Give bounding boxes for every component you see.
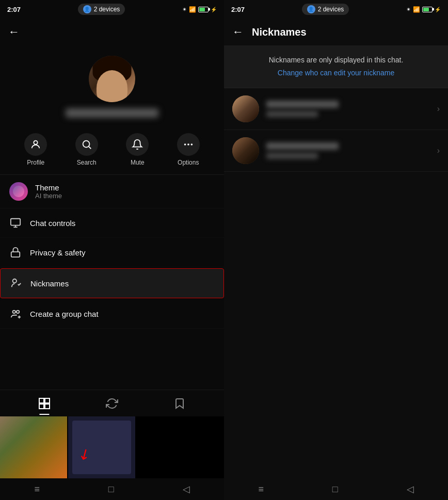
options-icon <box>177 133 200 156</box>
signal-icon-right: 📶 <box>413 6 420 13</box>
bluetooth-icon-right: ✴ <box>406 6 411 13</box>
charging-icon: ⚡ <box>211 7 217 12</box>
svg-point-11 <box>13 311 16 314</box>
nickname-name-2 <box>266 142 339 150</box>
page-title: Nicknames <box>252 26 307 38</box>
nicknames-info-box: Nicknames are only displayed in this cha… <box>224 45 448 88</box>
svg-rect-15 <box>39 398 44 403</box>
nav-back-right[interactable]: ◁ <box>407 483 414 495</box>
back-button-right[interactable]: ← <box>232 25 244 39</box>
status-icons-right: ✴ 📶 ⚡ <box>406 6 441 13</box>
privacy-icon <box>9 246 22 259</box>
profile-label: Profile <box>27 159 44 166</box>
right-panel: 2:07 👤 2 devices ✴ 📶 ⚡ ← Nicknames Nickn… <box>224 0 448 500</box>
bottom-tabs <box>0 390 224 416</box>
theme-text: Theme AI theme <box>35 183 62 200</box>
change-nickname-link[interactable]: Change who can edit your nickname <box>278 69 394 77</box>
spacer-right <box>224 172 448 478</box>
status-bar-right: 2:07 👤 2 devices ✴ 📶 ⚡ <box>224 0 448 19</box>
search-icon <box>75 133 98 156</box>
quick-actions-bar: Profile Search Mute Opt <box>0 125 224 175</box>
chat-controls-icon <box>9 217 22 229</box>
options-action[interactable]: Options <box>177 133 200 166</box>
svg-rect-17 <box>39 404 44 409</box>
privacy-label: Privacy & safety <box>30 248 86 257</box>
svg-point-4 <box>187 143 189 146</box>
svg-rect-18 <box>45 404 50 409</box>
nickname-list-item-1[interactable]: › <box>224 88 448 130</box>
back-button-left[interactable]: ← <box>8 25 20 39</box>
devices-icon-left: 👤 <box>83 5 91 13</box>
mute-action[interactable]: Mute <box>126 133 149 166</box>
nicknames-menu-item[interactable]: Nicknames <box>0 268 224 298</box>
options-label: Options <box>178 159 199 166</box>
media-thumb-1[interactable] <box>0 416 67 478</box>
theme-subtitle: AI theme <box>35 192 62 200</box>
nickname-avatar-1 <box>232 95 259 122</box>
charging-icon-right: ⚡ <box>435 7 441 12</box>
create-group-icon <box>9 308 22 320</box>
arrow-indicator: ↙ <box>75 444 93 464</box>
search-action[interactable]: Search <box>75 133 98 166</box>
top-nav-left: ← <box>0 19 224 45</box>
profile-action[interactable]: Profile <box>24 133 47 166</box>
tab-media[interactable] <box>38 397 51 410</box>
chat-controls-menu-item[interactable]: Chat controls <box>0 208 224 238</box>
create-group-label: Create a group chat <box>30 310 99 318</box>
left-panel: 2:07 👤 2 devices ✴ 📶 ⚡ ← <box>0 0 224 500</box>
mute-icon <box>126 133 149 156</box>
svg-point-0 <box>34 141 38 144</box>
top-nav-right: ← Nicknames <box>224 19 448 45</box>
battery-icon <box>198 7 209 12</box>
nickname-name-1 <box>266 101 339 108</box>
devices-indicator-right: 👤 2 devices <box>302 4 349 15</box>
nav-back-left[interactable]: ◁ <box>183 483 190 495</box>
avatar-section <box>0 45 224 125</box>
nav-menu-right[interactable]: ≡ <box>258 484 264 495</box>
mute-label: Mute <box>131 159 145 166</box>
nickname-value-2 <box>266 153 318 159</box>
nickname-text-1 <box>266 101 437 117</box>
nickname-text-2 <box>266 142 437 159</box>
search-label: Search <box>77 159 97 166</box>
chat-controls-label: Chat controls <box>30 219 75 228</box>
devices-text-left: 2 devices <box>94 6 120 13</box>
svg-rect-9 <box>11 252 20 257</box>
devices-text-right: 2 devices <box>318 6 344 13</box>
status-icons-left: ✴ 📶 ⚡ <box>182 6 217 13</box>
menu-section: Theme AI theme Chat controls Privacy & s… <box>0 175 224 390</box>
nav-home-left[interactable]: □ <box>108 484 114 495</box>
nickname-list-item-2[interactable]: › <box>224 130 448 172</box>
devices-indicator-left: 👤 2 devices <box>78 4 125 15</box>
privacy-safety-menu-item[interactable]: Privacy & safety <box>0 238 224 267</box>
avatar <box>89 56 135 102</box>
svg-point-12 <box>17 311 20 314</box>
theme-menu-item[interactable]: Theme AI theme <box>0 175 224 208</box>
profile-icon <box>24 133 47 156</box>
nicknames-info-text: Nicknames are only displayed in this cha… <box>233 56 439 64</box>
status-bar-left: 2:07 👤 2 devices ✴ 📶 ⚡ <box>0 0 224 19</box>
tab-bookmark[interactable] <box>173 397 186 410</box>
svg-rect-16 <box>45 398 50 403</box>
signal-icon: 📶 <box>189 6 196 13</box>
nicknames-label: Nicknames <box>30 279 69 288</box>
svg-point-5 <box>190 143 193 146</box>
nickname-avatar-2 <box>232 137 259 164</box>
svg-point-10 <box>13 279 17 283</box>
bluetooth-icon: ✴ <box>182 6 187 13</box>
tab-refresh[interactable] <box>106 397 118 410</box>
nav-bar-left: ≡ □ ◁ <box>0 478 224 500</box>
user-name <box>66 108 158 118</box>
svg-line-2 <box>89 147 91 149</box>
nav-home-right[interactable]: □ <box>332 484 338 495</box>
chevron-right-1: › <box>437 104 440 114</box>
theme-icon <box>9 182 28 201</box>
chevron-right-2: › <box>437 146 440 155</box>
create-group-menu-item[interactable]: Create a group chat <box>0 299 224 329</box>
nav-menu-left[interactable]: ≡ <box>34 484 40 495</box>
svg-point-1 <box>83 141 89 148</box>
media-grid: ↙ <box>0 416 224 478</box>
svg-point-3 <box>184 143 186 146</box>
nicknames-icon <box>10 277 22 289</box>
media-thumb-2[interactable]: ↙ <box>68 416 135 478</box>
